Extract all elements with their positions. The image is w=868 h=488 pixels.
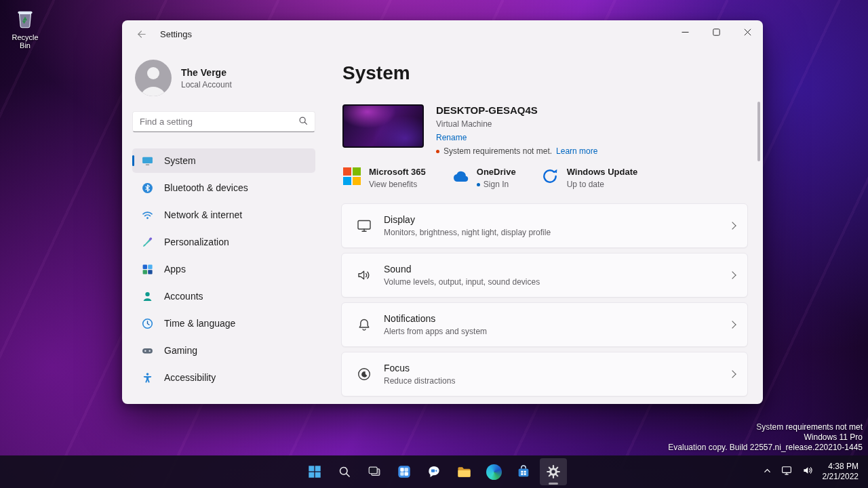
- row-subtitle: Alerts from apps and system: [384, 327, 487, 336]
- display-icon: [355, 218, 373, 234]
- store-button[interactable]: [510, 458, 537, 485]
- user-name: The Verge: [181, 67, 232, 78]
- settings-button[interactable]: [540, 458, 567, 485]
- recycle-bin[interactable]: Recycle Bin: [5, 5, 45, 49]
- chevron-right-icon: [728, 370, 736, 378]
- row-title: Sound: [384, 264, 540, 274]
- tray-date: 2/21/2022: [823, 472, 859, 482]
- task-view-button[interactable]: [361, 458, 388, 485]
- watermark-line-2: Windows 11 Pro: [668, 432, 863, 443]
- close-button[interactable]: [732, 20, 763, 43]
- device-name: DESKTOP-GESAQ4S: [436, 104, 597, 116]
- row-title: Display: [384, 214, 551, 225]
- avatar: [135, 60, 172, 96]
- chevron-right-icon: [728, 321, 736, 328]
- window-title: Settings: [160, 29, 192, 39]
- apps-icon: [141, 263, 153, 275]
- onedrive-card[interactable]: OneDrive Sign In: [450, 167, 516, 189]
- sidebar-item-personalization[interactable]: Personalization: [132, 230, 315, 254]
- warning-text: System requirements not met.: [443, 146, 552, 156]
- accessibility-icon: [141, 371, 153, 384]
- system-icon: [141, 155, 153, 167]
- sidebar-item-gaming[interactable]: Gaming: [132, 338, 315, 363]
- scrollbar[interactable]: [757, 102, 760, 161]
- settings-content: System DESKTOP-GESAQ4S Virtual Machine R…: [341, 47, 763, 404]
- row-sound[interactable]: Sound Volume levels, output, input, soun…: [341, 253, 748, 298]
- clock[interactable]: 4:38 PM 2/21/2022: [823, 462, 859, 482]
- file-explorer-button[interactable]: [450, 458, 477, 485]
- device-header: DESKTOP-GESAQ4S Virtual Machine Rename S…: [341, 104, 763, 156]
- sidebar-item-label: System: [164, 155, 196, 166]
- promo-title: Microsoft 365: [369, 167, 426, 177]
- volume-icon[interactable]: [802, 464, 814, 479]
- promo-subtitle: Sign In: [477, 180, 516, 189]
- start-button[interactable]: [301, 458, 328, 485]
- maximize-button[interactable]: [701, 20, 732, 43]
- learn-more-link[interactable]: Learn more: [556, 146, 597, 156]
- taskbar-icons: [301, 455, 567, 488]
- back-button[interactable]: [132, 24, 151, 43]
- sidebar-item-accounts[interactable]: Accounts: [132, 284, 315, 308]
- chat-button[interactable]: [420, 458, 448, 485]
- sidebar-item-label: Accessibility: [164, 372, 216, 383]
- minimize-button[interactable]: [669, 20, 701, 43]
- watermark-line-3: Evaluation copy. Build 22557.ni_release.…: [668, 443, 863, 453]
- microsoft-365-icon: [342, 167, 361, 186]
- row-display[interactable]: Display Monitors, brightness, night ligh…: [341, 203, 748, 248]
- sidebar-item-accessibility[interactable]: Accessibility: [132, 365, 315, 390]
- search-button[interactable]: [331, 458, 358, 485]
- network-icon[interactable]: [781, 464, 793, 479]
- bell-icon: [355, 317, 373, 333]
- tray-time: 4:38 PM: [823, 462, 859, 472]
- caption-buttons: [669, 20, 763, 43]
- row-title: Focus: [384, 363, 455, 373]
- promo-title: Windows Update: [567, 167, 638, 177]
- sidebar-item-network-internet[interactable]: Network & internet: [132, 203, 315, 227]
- watermark-line-1: System requirements not met: [668, 422, 863, 432]
- windows-update-icon: [540, 167, 559, 186]
- settings-rows: Display Monitors, brightness, night ligh…: [341, 203, 748, 396]
- row-focus[interactable]: Focus Reduce distractions: [341, 352, 748, 396]
- clock-icon: [141, 317, 153, 329]
- sidebar-item-time-language[interactable]: Time & language: [132, 311, 315, 336]
- titlebar: Settings: [122, 20, 763, 47]
- recycle-bin-icon: [13, 5, 37, 30]
- gamepad-icon: [141, 344, 153, 357]
- recycle-bin-label: Recycle Bin: [5, 33, 45, 49]
- sidebar-item-label: Accounts: [164, 291, 203, 302]
- widgets-button[interactable]: [391, 458, 418, 485]
- promo-subtitle: Up to date: [567, 180, 638, 189]
- sidebar-item-label: Gaming: [164, 345, 197, 356]
- search-input[interactable]: [140, 117, 298, 127]
- edge-button[interactable]: [480, 458, 507, 485]
- rename-link[interactable]: Rename: [436, 133, 467, 142]
- tray-chevron-up-icon[interactable]: [763, 466, 772, 478]
- page-title: System: [342, 62, 763, 84]
- search-icon: [298, 116, 308, 128]
- microsoft-365-card[interactable]: Microsoft 365 View benefits: [342, 167, 426, 189]
- settings-window: Settings The Verge Local Account System: [122, 20, 763, 404]
- sidebar-item-apps[interactable]: Apps: [132, 257, 315, 281]
- account-type: Local Account: [181, 80, 232, 89]
- sidebar-item-system[interactable]: System: [132, 148, 315, 173]
- windows-update-card[interactable]: Windows Update Up to date: [540, 167, 638, 189]
- promo-subtitle: View benefits: [369, 180, 426, 189]
- sidebar-item-label: Time & language: [164, 318, 235, 329]
- brush-icon: [141, 236, 153, 248]
- focus-icon: [355, 366, 373, 382]
- search-box[interactable]: [132, 111, 315, 132]
- bluetooth-icon: [141, 182, 153, 194]
- sidebar-item-bluetooth-devices[interactable]: Bluetooth & devices: [132, 176, 315, 200]
- row-subtitle: Monitors, brightness, night light, displ…: [384, 228, 551, 237]
- chevron-right-icon: [728, 271, 736, 279]
- onedrive-icon: [450, 167, 469, 186]
- row-subtitle: Reduce distractions: [384, 376, 455, 386]
- selected-indicator: [132, 155, 134, 166]
- user-profile[interactable]: The Verge Local Account: [135, 60, 315, 96]
- row-title: Notifications: [384, 313, 487, 324]
- promo-title: OneDrive: [477, 167, 516, 177]
- evaluation-watermark: System requirements not met Windows 11 P…: [668, 422, 863, 453]
- device-type: Virtual Machine: [436, 119, 597, 129]
- sidebar-item-label: Bluetooth & devices: [164, 182, 248, 193]
- row-notifications[interactable]: Notifications Alerts from apps and syste…: [341, 302, 748, 347]
